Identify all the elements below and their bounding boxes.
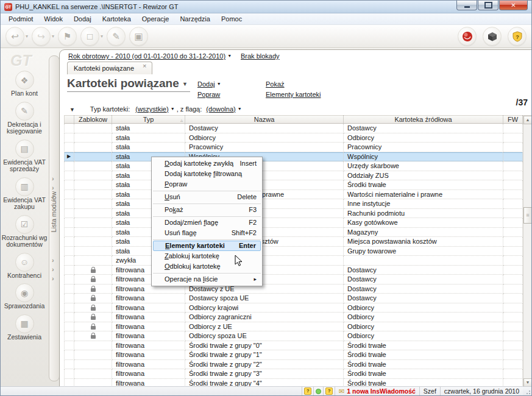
- table-row[interactable]: stałaMagazyny: [64, 228, 523, 238]
- close-button[interactable]: ✕: [499, 1, 528, 10]
- sidebar-item-kontrahenci[interactable]: ☺Kontrahenci: [1, 253, 48, 280]
- context-menu-item-poka[interactable]: PokażF3: [152, 205, 262, 215]
- context-menu-item-usu-flag[interactable]: Usuń flagęShift+F2: [152, 228, 262, 238]
- user-segment[interactable]: Szef: [419, 387, 440, 395]
- edit-button[interactable]: ✎: [107, 27, 126, 46]
- menu-item-dodaj[interactable]: Dodaj: [68, 13, 97, 24]
- action-edit-link[interactable]: Popraw: [197, 91, 220, 98]
- help-indicator-2[interactable]: ?: [323, 387, 335, 395]
- context-menu-item-dodaj-kartotek-zwyk[interactable]: Dodaj kartotekę zwykłąInsert: [152, 158, 262, 169]
- filter-collapse-icon[interactable]: ▼: [69, 107, 75, 113]
- table-row[interactable]: stałaOddziały ZUS: [64, 171, 523, 181]
- dropdown-caret-icon[interactable]: ▾: [26, 34, 28, 39]
- table-row[interactable]: stałaDostawcyDostawcy: [64, 124, 523, 133]
- new-document-button[interactable]: □▾: [80, 27, 103, 46]
- table-row[interactable]: stałaŚrodki trwałe: [64, 180, 523, 190]
- context-menu-item-dodaj-zmie-flag[interactable]: Dodaj/zmień flagęF2: [152, 217, 262, 228]
- scroll-down-icon[interactable]: ▼: [523, 378, 532, 387]
- table-row[interactable]: filtrowanaDostawcy: [64, 275, 523, 285]
- cell-zablokow: [74, 209, 112, 219]
- sidebar-item-rozrachunki-wg-dokument-w[interactable]: ☑Rozrachunki wg dokumentów: [1, 215, 48, 249]
- filter-type-value[interactable]: (wszystkie): [135, 105, 168, 113]
- table-row[interactable]: filtrowanaOdbiorcy spoza UEOdbiorcy: [64, 331, 523, 341]
- context-menu-item-dodaj-kartotek-filtrowan[interactable]: Dodaj kartotekę filtrowaną: [152, 169, 262, 179]
- context-menu-item-odblokuj-kartotek[interactable]: Odblokuj kartotekę: [152, 261, 262, 272]
- resize-grip[interactable]: [523, 387, 531, 395]
- minimize-button[interactable]: [456, 1, 477, 10]
- action-add-link[interactable]: Dodaj: [197, 80, 215, 88]
- forward-arrow-button[interactable]: ↪▾: [32, 27, 54, 46]
- table-row[interactable]: stałaKasy gotówkowe: [64, 218, 523, 228]
- context-menu-item-zablokuj-kartotek[interactable]: Zablokuj kartotekę: [152, 251, 262, 261]
- sidebar-item-ewidencja-vat-zakupu[interactable]: ▥Ewidencja VAT zakupu: [1, 177, 48, 211]
- context-menu-item-popraw[interactable]: Popraw: [152, 179, 262, 189]
- menu-item-pomoc[interactable]: Pomoc: [216, 13, 247, 24]
- table-row[interactable]: stałaUrzędy skarbowe: [64, 161, 523, 171]
- insmail-button[interactable]: [458, 27, 477, 46]
- scrollbar-thumb[interactable]: [523, 207, 532, 224]
- header-fw[interactable]: FW: [503, 115, 523, 124]
- sidebar-item-sprawozdania[interactable]: ◉Sprawozdania: [1, 283, 48, 310]
- cell-zablokow: [74, 180, 112, 190]
- sidebar-item-zestawienia[interactable]: ▦Zestawienia: [1, 314, 48, 341]
- table-row[interactable]: filtrowanaDostawcy spoza UEDostawcy: [64, 294, 523, 303]
- table-row[interactable]: filtrowanaOdbiorcy z UEOdbiorcy: [64, 322, 523, 332]
- page-title[interactable]: Kartoteki powiązane ▼: [67, 77, 190, 92]
- dropdown-caret-icon[interactable]: ▾: [52, 34, 54, 39]
- action-show-link[interactable]: Pokaż: [266, 80, 285, 88]
- vertical-scrollbar[interactable]: ▲ ▼: [523, 115, 532, 387]
- table-row[interactable]: stałaWartości niematerialne i prawneWart…: [64, 190, 523, 200]
- table-row[interactable]: filtrowanaDostawcy z UEDostawcy: [64, 285, 523, 294]
- sidebar-item-dekretacja-i-ksi-gowanie[interactable]: ✎Dekretacja i księgowanie: [1, 102, 48, 135]
- table-row[interactable]: stałaRachunki podmiotu: [64, 209, 523, 219]
- table-row[interactable]: stałaPracownicyPracownicy: [64, 143, 523, 152]
- insmail-message[interactable]: ✉ 1 nowa InsWiadomość: [335, 387, 419, 395]
- table-row[interactable]: stałaMiejsca powstawania kosztówMiejsca …: [64, 237, 523, 247]
- header-zablokow[interactable]: Zablokow: [74, 115, 112, 124]
- sidebar-item-plan-kont[interactable]: ❖Plan kont: [1, 71, 48, 97]
- tab-kartoteki-powiazane[interactable]: Kartoteki powiązane ×: [67, 62, 152, 74]
- header-kartoteka-zrodlowa[interactable]: Kartoteka źródłowa: [344, 115, 503, 124]
- context-menu-item-usu[interactable]: UsuńDelete: [152, 192, 262, 202]
- flag-button[interactable]: ⚑: [58, 27, 77, 46]
- menu-item-operacje[interactable]: Operacje: [137, 13, 175, 24]
- help-button[interactable]: ?: [508, 27, 527, 46]
- help-indicator-1[interactable]: ?: [302, 387, 313, 395]
- table-row[interactable]: filtrowanaŚrodki trwałe z grupy "3"Środk…: [64, 369, 523, 379]
- menu-item-widok[interactable]: Widok: [38, 13, 68, 24]
- table-row[interactable]: filtrowanaOdbiorcy zagraniczniOdbiorcy: [64, 313, 523, 322]
- table-row[interactable]: ▶stałaWspólnicyWspólnicy: [64, 152, 523, 162]
- menu-item-podmiot[interactable]: Podmiot: [3, 13, 38, 24]
- cube-button[interactable]: [483, 27, 502, 46]
- table-row[interactable]: filtrowanaŚrodki trwałe z grupy "2"Środk…: [64, 360, 523, 370]
- maximize-icon: [484, 2, 492, 9]
- sidebar-item-ewidencja-vat-sprzeda-y[interactable]: ▤Ewidencja VAT sprzedaży: [1, 140, 48, 173]
- action-elements-link[interactable]: Elementy kartoteki: [266, 91, 321, 98]
- scroll-up-icon[interactable]: ▲: [523, 116, 532, 124]
- fiscal-year-selector[interactable]: Rok obrotowy - 2010 (od 01-01-2010 do 31…: [68, 52, 225, 60]
- header-nazwa[interactable]: Nazwa: [185, 115, 344, 124]
- table-row[interactable]: stałaGrupy towarowe: [64, 247, 523, 256]
- menu-item-narz-dzia[interactable]: Narzędzia: [174, 13, 216, 24]
- table-row[interactable]: filtrowanaOdbiorcy krajowiOdbiorcy: [64, 303, 523, 313]
- table-row[interactable]: filtrowanaŚrodki trwałe z grupy "1"Środk…: [64, 350, 523, 360]
- tab-close-icon[interactable]: ×: [143, 62, 146, 69]
- edit-icon: ✎: [107, 27, 126, 46]
- menu-item-kartoteka[interactable]: Kartoteka: [97, 13, 137, 24]
- cell-kartoteka-zrodlowa: Inne instytucje: [344, 199, 503, 209]
- header-typ[interactable]: Typ▵: [112, 115, 185, 124]
- context-menu-item-elementy-kartoteki[interactable]: Elementy kartotekiEnter: [153, 241, 261, 251]
- lock-status-link[interactable]: Brak blokady: [241, 52, 280, 60]
- table-row[interactable]: filtrowanaDostawcy: [64, 266, 523, 275]
- table-row[interactable]: stałaInne instytucje: [64, 199, 523, 209]
- filter-flag-value[interactable]: (dowolna): [206, 105, 235, 113]
- maximize-button[interactable]: [478, 1, 498, 10]
- table-row[interactable]: filtrowanaŚrodki trwałe z grupy "0"Środk…: [64, 341, 523, 351]
- back-arrow-button[interactable]: ↩▾: [5, 27, 28, 46]
- context-menu-item-operacje-na-li-cie[interactable]: Operacje na liście▸: [152, 274, 262, 285]
- dropdown-caret-icon[interactable]: ▾: [101, 34, 103, 39]
- duplicate-button[interactable]: ▣: [129, 27, 148, 46]
- table-row[interactable]: stałaOdbiorcyOdbiorcy: [64, 133, 523, 143]
- module-list-strip[interactable]: › › › Lista modułów › › ›: [49, 55, 60, 381]
- table-row[interactable]: zwykła: [64, 256, 523, 266]
